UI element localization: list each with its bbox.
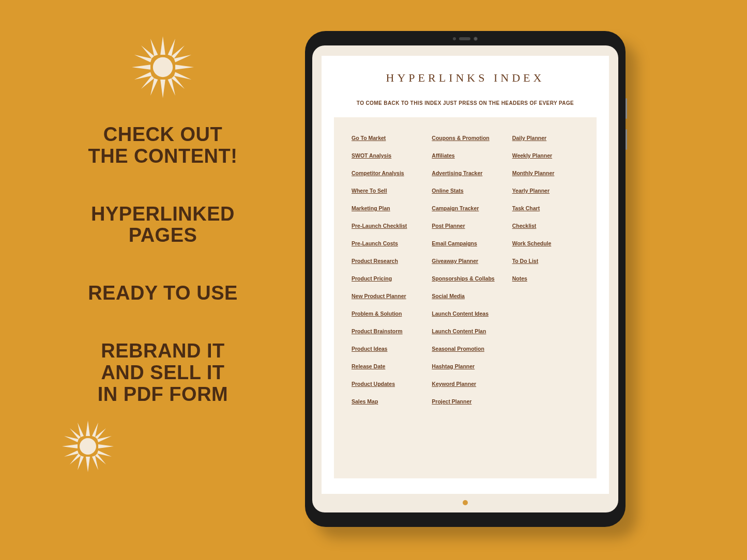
index-link[interactable]: Sponsorships & Collabs [432, 275, 504, 282]
index-link[interactable]: Hashtag Planner [432, 363, 504, 369]
sensor-dot-icon [453, 37, 456, 40]
svg-marker-30 [64, 436, 79, 442]
svg-marker-12 [168, 79, 175, 96]
index-link[interactable]: Product Brainstorm [352, 328, 423, 334]
promo-line: AND SELL IT [52, 362, 274, 384]
svg-marker-19 [86, 457, 90, 472]
index-link[interactable]: Launch Content Plan [432, 328, 504, 334]
sunburst-icon [132, 36, 194, 98]
index-link[interactable]: Notes [512, 275, 584, 282]
svg-marker-27 [92, 423, 98, 437]
index-link[interactable]: Problem & Solution [352, 310, 423, 317]
promo-line: CHECK OUT [52, 124, 274, 146]
index-link[interactable]: Product Ideas [352, 346, 423, 352]
volume-button-icon [626, 129, 627, 150]
index-link[interactable]: Campaign Tracker [432, 205, 504, 211]
svg-marker-29 [92, 456, 98, 470]
svg-marker-13 [134, 55, 152, 62]
index-link[interactable]: To Do List [512, 258, 584, 264]
index-link[interactable]: Project Planner [432, 398, 504, 405]
svg-point-0 [153, 57, 173, 77]
index-link[interactable]: Affiliates [432, 152, 504, 159]
index-link[interactable]: Advertising Tracker [432, 170, 504, 176]
links-col-2: Coupons & Promotion Affiliates Advertisi… [432, 135, 504, 466]
svg-marker-10 [168, 39, 175, 56]
svg-point-17 [80, 438, 96, 455]
svg-marker-23 [95, 428, 106, 439]
sunburst-icon [62, 421, 114, 472]
index-link[interactable]: Product Research [352, 258, 423, 264]
promo-line: REBRAND IT [52, 340, 274, 362]
index-link[interactable]: Product Updates [352, 381, 423, 387]
svg-marker-4 [175, 65, 194, 70]
index-link[interactable]: Sales Map [352, 398, 423, 405]
index-page: HYPERLINKS INDEX TO COME BACK TO THIS IN… [322, 56, 609, 494]
index-link[interactable]: Pre-Launch Checklist [352, 223, 423, 229]
promo-block-1: CHECK OUT THE CONTENT! [52, 124, 274, 167]
svg-marker-25 [95, 454, 106, 464]
svg-marker-16 [174, 72, 192, 80]
index-link[interactable]: Where To Sell [352, 188, 423, 194]
index-link[interactable]: Checklist [512, 223, 584, 229]
svg-marker-24 [70, 454, 81, 464]
index-link[interactable]: Competitor Analysis [352, 170, 423, 176]
promo-line: THE CONTENT! [52, 146, 274, 167]
tablet-screen: HYPERLINKS INDEX TO COME BACK TO THIS IN… [312, 45, 618, 512]
page-subtitle: TO COME BACK TO THIS INDEX JUST PRESS ON… [334, 100, 597, 106]
index-link[interactable]: Task Chart [512, 205, 584, 211]
index-link[interactable]: Post Planner [432, 223, 504, 229]
index-link[interactable]: Launch Content Ideas [432, 310, 504, 317]
svg-marker-32 [64, 450, 79, 457]
links-panel: Go To Market SWOT Analysis Competitor An… [334, 117, 597, 478]
svg-marker-9 [150, 39, 158, 56]
promo-block-3: READY TO USE [52, 283, 274, 304]
svg-marker-15 [134, 72, 152, 80]
index-link[interactable]: Giveaway Planner [432, 258, 504, 264]
svg-marker-11 [150, 79, 158, 96]
index-link[interactable]: Product Pricing [352, 275, 423, 282]
index-link[interactable]: Yearly Planner [512, 188, 584, 194]
index-link[interactable]: Email Campaigns [432, 240, 504, 246]
index-link[interactable]: Marketing Plan [352, 205, 423, 211]
index-link[interactable]: Weekly Planner [512, 152, 584, 159]
svg-marker-26 [78, 423, 84, 437]
svg-marker-6 [172, 45, 185, 58]
index-link[interactable]: Pre-Launch Costs [352, 240, 423, 246]
promo-line: IN PDF FORM [52, 384, 274, 406]
links-col-3: Daily Planner Weekly Planner Monthly Pla… [512, 135, 584, 466]
index-link[interactable]: Monthly Planner [512, 170, 584, 176]
index-link[interactable]: Go To Market [352, 135, 423, 141]
svg-marker-8 [172, 76, 185, 89]
promo-block-4: REBRAND IT AND SELL IT IN PDF FORM [52, 340, 274, 405]
promo-line: READY TO USE [52, 283, 274, 304]
links-col-1: Go To Market SWOT Analysis Competitor An… [352, 135, 423, 466]
promo-left-column: CHECK OUT THE CONTENT! HYPERLINKED PAGES… [52, 36, 274, 472]
svg-marker-14 [174, 55, 192, 62]
tablet-camera-bar [453, 37, 478, 41]
svg-marker-21 [98, 444, 114, 448]
speaker-icon [459, 37, 470, 40]
index-link[interactable]: Online Stats [432, 188, 504, 194]
index-link[interactable]: Daily Planner [512, 135, 584, 141]
camera-lens-icon [474, 37, 478, 41]
index-link[interactable]: SWOT Analysis [352, 152, 423, 159]
index-link[interactable]: Release Date [352, 363, 423, 369]
svg-marker-18 [86, 421, 90, 436]
index-link[interactable]: Seasonal Promotion [432, 346, 504, 352]
tablet-mockup: HYPERLINKS INDEX TO COME BACK TO THIS IN… [305, 31, 626, 527]
index-link[interactable]: Social Media [432, 293, 504, 299]
svg-marker-7 [141, 76, 154, 89]
svg-marker-2 [160, 80, 165, 98]
index-link[interactable]: New Product Planner [352, 293, 423, 299]
index-link[interactable]: Keyword Planner [432, 381, 504, 387]
index-link[interactable]: Coupons & Promotion [432, 135, 504, 141]
svg-marker-5 [141, 45, 154, 58]
index-link[interactable]: Work Schedule [512, 240, 584, 246]
page-title: HYPERLINKS INDEX [334, 71, 597, 85]
tablet-side-buttons [626, 98, 627, 160]
volume-button-icon [626, 98, 627, 119]
svg-marker-33 [97, 450, 112, 457]
tablet-frame: HYPERLINKS INDEX TO COME BACK TO THIS IN… [305, 31, 626, 527]
home-indicator-icon [463, 500, 468, 505]
svg-marker-28 [78, 456, 84, 470]
